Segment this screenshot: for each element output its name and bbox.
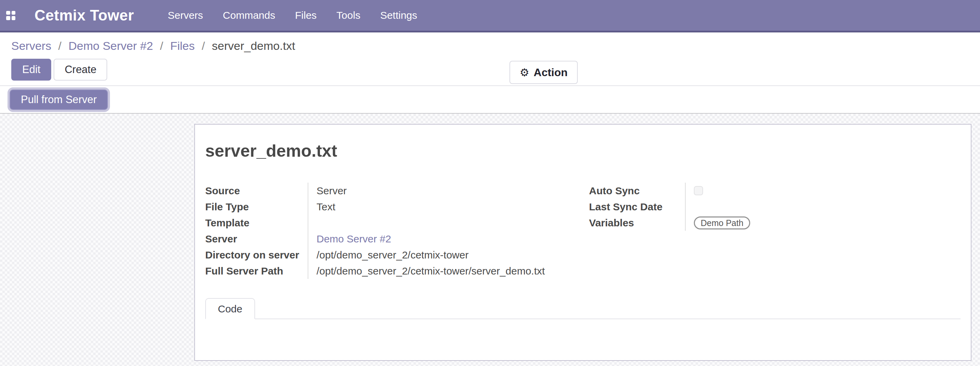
menu-files[interactable]: Files bbox=[285, 0, 326, 31]
field-row-source: Source Server bbox=[205, 183, 578, 199]
menu-tools[interactable]: Tools bbox=[326, 0, 370, 31]
record-title: server_demo.txt bbox=[205, 141, 961, 161]
field-row-auto-sync: Auto Sync bbox=[589, 183, 961, 199]
menu-settings[interactable]: Settings bbox=[370, 0, 427, 31]
top-navbar: Cetmix Tower Servers Commands Files Tool… bbox=[0, 0, 980, 32]
app-title[interactable]: Cetmix Tower bbox=[35, 7, 134, 24]
form-buttons: Edit Create bbox=[11, 59, 980, 81]
field-section: Source Server File Type Text Template Se… bbox=[205, 183, 961, 279]
tab-code[interactable]: Code bbox=[205, 298, 255, 319]
field-group-right: Auto Sync Last Sync Date Variables Demo … bbox=[589, 183, 961, 279]
pull-from-server-button[interactable]: Pull from Server bbox=[10, 89, 108, 110]
app-root: Cetmix Tower Servers Commands Files Tool… bbox=[0, 0, 980, 366]
field-value-source: Server bbox=[308, 185, 347, 197]
field-row-server: Server Demo Server #2 bbox=[205, 231, 578, 247]
breadcrumb-separator: / bbox=[198, 39, 208, 52]
menu-servers[interactable]: Servers bbox=[158, 0, 213, 31]
form-view-background: server_demo.txt Source Server File Type … bbox=[0, 114, 980, 366]
breadcrumb-separator: / bbox=[55, 39, 65, 52]
tab-code-content bbox=[205, 319, 961, 353]
field-row-directory: Directory on server /opt/demo_server_2/c… bbox=[205, 247, 578, 263]
field-row-file-type: File Type Text bbox=[205, 199, 578, 215]
create-button[interactable]: Create bbox=[54, 59, 107, 81]
field-row-last-sync-date: Last Sync Date bbox=[589, 199, 961, 215]
variable-tag: Demo Path bbox=[694, 216, 750, 229]
field-label: Variables bbox=[589, 215, 686, 231]
field-label: File Type bbox=[205, 199, 308, 215]
field-value-directory: /opt/demo_server_2/cetmix-tower bbox=[308, 249, 468, 261]
field-row-template: Template bbox=[205, 215, 578, 231]
apps-grid-icon[interactable] bbox=[6, 11, 15, 20]
action-button-label: Action bbox=[534, 66, 568, 79]
field-value-variables: Demo Path bbox=[686, 216, 750, 229]
field-label: Directory on server bbox=[205, 247, 308, 263]
breadcrumb-demo-server[interactable]: Demo Server #2 bbox=[68, 39, 153, 52]
breadcrumb-files[interactable]: Files bbox=[170, 39, 195, 52]
field-label: Full Server Path bbox=[205, 263, 308, 279]
edit-button[interactable]: Edit bbox=[11, 59, 51, 81]
breadcrumb: Servers / Demo Server #2 / Files / serve… bbox=[11, 32, 980, 54]
field-value-auto-sync bbox=[686, 186, 703, 195]
action-menu-wrap: ⚙ Action bbox=[509, 61, 578, 84]
control-panel: Servers / Demo Server #2 / Files / serve… bbox=[0, 32, 980, 86]
notebook-tabs: Code bbox=[205, 298, 961, 319]
server-record-link[interactable]: Demo Server #2 bbox=[308, 233, 391, 245]
field-label: Auto Sync bbox=[589, 183, 686, 199]
field-label: Server bbox=[205, 231, 308, 247]
field-label: Last Sync Date bbox=[589, 199, 686, 215]
action-button[interactable]: ⚙ Action bbox=[509, 61, 578, 84]
breadcrumb-current: server_demo.txt bbox=[212, 39, 295, 52]
statusbar: Pull from Server bbox=[0, 86, 980, 114]
field-value-full-path: /opt/demo_server_2/cetmix-tower/server_d… bbox=[308, 265, 545, 277]
field-row-full-path: Full Server Path /opt/demo_server_2/cetm… bbox=[205, 263, 578, 279]
gear-icon: ⚙ bbox=[520, 67, 529, 78]
field-row-variables: Variables Demo Path bbox=[589, 215, 961, 231]
auto-sync-checkbox[interactable] bbox=[694, 186, 703, 195]
field-value-file-type: Text bbox=[308, 201, 335, 213]
field-label: Template bbox=[205, 215, 308, 231]
breadcrumb-separator: / bbox=[156, 39, 167, 52]
field-label: Source bbox=[205, 183, 308, 199]
form-sheet: server_demo.txt Source Server File Type … bbox=[194, 124, 972, 361]
breadcrumb-servers[interactable]: Servers bbox=[11, 39, 51, 52]
main-menu: Servers Commands Files Tools Settings bbox=[158, 0, 427, 31]
menu-commands[interactable]: Commands bbox=[213, 0, 285, 31]
field-group-left: Source Server File Type Text Template Se… bbox=[205, 183, 578, 279]
